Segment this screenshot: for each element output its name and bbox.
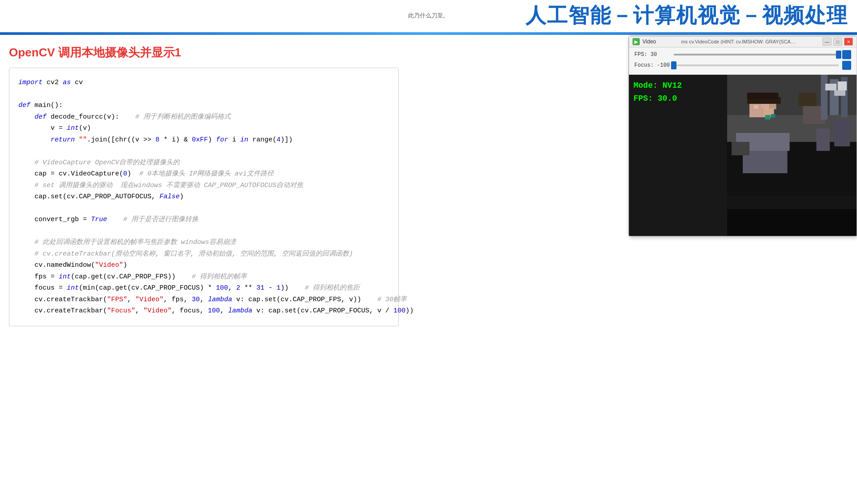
svg-rect-23 <box>771 114 775 118</box>
trackbar-fps-track[interactable] <box>674 54 839 56</box>
section-title: OpenCV 调用本地摄像头并显示1 <box>9 45 399 60</box>
window-icon: ▶ <box>633 38 640 45</box>
code-line-blank3 <box>18 203 389 214</box>
fps-thumb-icon <box>842 50 851 59</box>
code-line-createfocus: cv.createTrackbar("Focus", "Video", focu… <box>18 305 389 317</box>
trackbar-area: FPS: 30 Focus: -100 <box>629 47 857 75</box>
svg-rect-13 <box>754 105 758 109</box>
svg-rect-29 <box>834 90 845 96</box>
code-line-blank4 <box>18 226 389 237</box>
code-line-fps: fps = int(cap.get(cv.CAP_PROP_FPS)) # 得到… <box>18 271 389 283</box>
code-section: OpenCV 调用本地摄像头并显示1 import cv2 as cv def … <box>9 45 399 326</box>
top-bar: 此乃什么刀至。 人工智能－计算机视觉－视频处理 <box>0 0 857 31</box>
code-line-return: return "".join([chr((v >> 8 * i) & 0xFF)… <box>18 134 389 146</box>
focus-thumb-icon <box>842 61 851 70</box>
code-line-capset: cap.set(cv.CAP_PROP_AUTOFOCUS, False) <box>18 191 389 203</box>
trackbar-focus-label: Focus: -100 <box>634 62 670 68</box>
svg-rect-15 <box>799 93 817 106</box>
window-title-left: ▶ Video <box>633 38 656 45</box>
code-line-createfps: cv.createTrackbar("FPS", "Video", fps, 3… <box>18 294 389 306</box>
video-overlay-text: Mode: NV12 FPS: 30.0 <box>633 79 682 105</box>
code-block: import cv2 as cv def main(): def decode_… <box>9 68 399 326</box>
code-line-named-window: cv.namedWindow("Video") <box>18 260 389 271</box>
separator <box>0 32 857 35</box>
window-title: Video <box>642 38 656 45</box>
code-line-blank1 <box>18 89 389 100</box>
code-line-cap: cap = cv.VideoCapture(0) # 0本地摄像头 IP网络摄像… <box>18 168 389 180</box>
code-line-def-main: def main(): <box>18 100 389 111</box>
tab-strip: ms cv.VideoCode (HINT: cv.IMSHOW: GRAY(S… <box>681 39 797 44</box>
svg-rect-10 <box>747 93 779 99</box>
code-line-convert: convert_rgb = True # 用于是否进行图像转换 <box>18 214 389 226</box>
video-window: ▶ Video ms cv.VideoCode (HINT: cv.IMSHOW… <box>629 36 857 236</box>
trackbar-fps-row: FPS: 30 <box>634 50 851 59</box>
main-title: 人工智能－计算机视觉－视频处理 <box>525 2 848 30</box>
code-line-comment2: # set 调用摄像头的驱动 现在windows 不需要驱动 CAP_PROP_… <box>18 180 389 192</box>
window-titlebar: ▶ Video ms cv.VideoCode (HINT: cv.IMSHOW… <box>629 36 857 47</box>
code-line-blank2 <box>18 145 389 157</box>
fps-display-text: FPS: 30.0 <box>633 92 682 105</box>
code-line-comment1: # VideoCapture OpenCV自带的处理摄像头的 <box>18 157 389 169</box>
window-controls[interactable]: — □ ✕ <box>823 38 853 46</box>
maximize-button[interactable]: □ <box>833 38 842 46</box>
svg-rect-21 <box>727 209 857 236</box>
code-line-comment4: # cv.createTrackbar(滑动空间名称, 窗口名字, 滑动初始值,… <box>18 248 389 260</box>
close-button[interactable]: ✕ <box>844 38 853 46</box>
svg-rect-22 <box>765 115 771 120</box>
trackbar-fps-label: FPS: 30 <box>634 51 670 58</box>
svg-rect-7 <box>749 108 763 117</box>
trackbar-focus-track[interactable] <box>674 64 839 66</box>
code-line-def-decode: def decode_fourcc(v): # 用于判断相机的图像编码格式 <box>18 111 389 123</box>
video-display: Mode: NV12 FPS: 30.0 <box>629 75 857 236</box>
code-line-focus: focus = int(min(cap.get(cv.CAP_PROP_FOCU… <box>18 282 389 294</box>
subtitle: 此乃什么刀至。 <box>408 12 449 20</box>
minimize-button[interactable]: — <box>823 38 831 46</box>
svg-rect-27 <box>825 84 836 90</box>
svg-rect-17 <box>821 75 827 120</box>
content-area: OpenCV 调用本地摄像头并显示1 import cv2 as cv def … <box>0 36 857 326</box>
code-line-v-int: v = int(v) <box>18 123 389 134</box>
mode-text: Mode: NV12 <box>633 79 682 92</box>
code-line-comment3: # 此处回调函数用于设置相机的帧率与焦距参数 windows容易崩溃 <box>18 237 389 248</box>
svg-rect-26 <box>834 120 850 146</box>
svg-rect-24 <box>732 142 749 155</box>
svg-rect-28 <box>838 81 847 90</box>
svg-rect-25 <box>816 128 830 151</box>
trackbar-focus-row: Focus: -100 <box>634 61 851 70</box>
code-line-import: import cv2 as cv <box>18 77 389 89</box>
svg-rect-14 <box>765 107 769 111</box>
